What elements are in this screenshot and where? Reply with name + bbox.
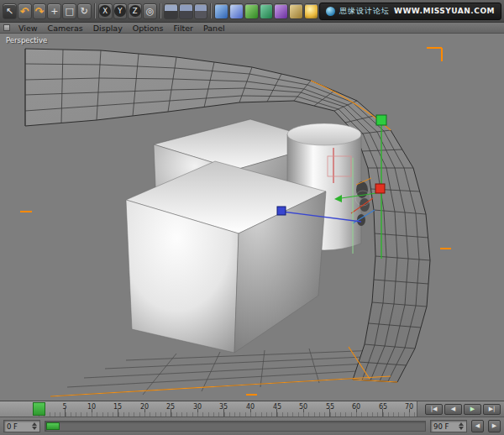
watermark-panel: 思缘设计论坛 WWW.MISSYUAN.COM: [319, 3, 501, 20]
timeline-row: 5 10 15 20 25 30 35 40 45 50 55 60 65 70…: [0, 401, 504, 417]
menu-item-filter[interactable]: Filter: [168, 23, 198, 34]
viewport-label: Perspective: [6, 36, 47, 45]
redo-button[interactable]: ↷: [33, 3, 47, 19]
scale-tool-button[interactable]: □: [62, 3, 76, 19]
menu-grip-icon[interactable]: [3, 24, 10, 31]
menu-item-panel[interactable]: Panel: [198, 23, 230, 34]
power-slider-handle[interactable]: [46, 422, 60, 430]
scroll-left-button[interactable]: ◀: [471, 420, 484, 432]
coordinate-system-icon: ◎: [146, 4, 155, 18]
coordinate-system-button[interactable]: ◎: [143, 3, 157, 19]
x-axis-handle[interactable]: [277, 207, 286, 215]
scale-tool-icon: □: [65, 4, 73, 18]
y-axis-handle[interactable]: [376, 115, 386, 125]
ruler-tick-label: 25: [166, 403, 175, 411]
ruler-tick-label: 10: [87, 403, 96, 411]
goto-start-button[interactable]: |◀: [425, 404, 443, 415]
watermark-logo-icon: [326, 7, 335, 16]
add-scene-object-button[interactable]: [289, 3, 303, 19]
add-spline-button[interactable]: [229, 3, 244, 19]
current-frame-field[interactable]: 0 F: [3, 420, 40, 432]
watermark-site-url: WWW.MISSYUAN.COM: [394, 7, 495, 15]
render-settings-button[interactable]: [194, 3, 208, 19]
lock-z-axis-button[interactable]: Z: [128, 3, 142, 19]
scroll-right-button[interactable]: ▶: [488, 420, 501, 432]
toolbar-separator: [94, 3, 96, 18]
end-frame-field[interactable]: 90 F: [430, 420, 467, 432]
rotate-tool-button[interactable]: ↻: [77, 3, 92, 19]
move-tool-button[interactable]: +: [47, 3, 61, 19]
menu-item-display[interactable]: Display: [88, 23, 128, 34]
end-frame-value: 90 F: [433, 422, 459, 431]
ruler-tick-label: 45: [273, 403, 281, 411]
toolbar-separator: [210, 3, 212, 18]
cinema4d-window: ↖ ↶ ↷ + □ ↻ X Y Z ◎ 思缘设计论坛 WWW.MISSYUAN.…: [0, 0, 504, 435]
menu-item-view[interactable]: View: [13, 23, 43, 34]
z-axis-icon: Z: [129, 5, 141, 17]
spinner-down-icon[interactable]: [459, 427, 464, 430]
render-picture-viewer-button[interactable]: [179, 3, 193, 19]
selection-tool-button[interactable]: ↖: [3, 3, 17, 19]
goto-end-button[interactable]: ▶|: [483, 404, 501, 415]
rotate-tool-icon: ↻: [81, 4, 88, 18]
render-view-button[interactable]: [164, 3, 178, 19]
scene-canvas[interactable]: [0, 34, 504, 401]
spinner-down-icon[interactable]: [32, 427, 37, 430]
y-axis-icon: Y: [114, 5, 126, 17]
prev-frame-button[interactable]: ◀: [444, 404, 462, 415]
ruler-tick-label: 15: [113, 403, 122, 411]
current-frame-value: 0 F: [7, 422, 32, 431]
play-button[interactable]: ▶: [464, 404, 481, 415]
perspective-viewport[interactable]: Perspective: [0, 34, 504, 401]
z-axis-handle[interactable]: [375, 184, 385, 193]
move-tool-icon: +: [50, 4, 58, 18]
ruler-tick-label: 65: [379, 403, 387, 411]
watermark-site-name: 思缘设计论坛: [339, 6, 390, 17]
viewport-menubar: View Cameras Display Options Filter Pane…: [0, 23, 504, 34]
lock-x-axis-button[interactable]: X: [98, 3, 113, 19]
transport-controls: |◀ ◀ ▶ ▶|: [417, 401, 504, 417]
toolbar-separator: [160, 3, 161, 18]
spinner-up-icon[interactable]: [459, 422, 464, 426]
ruler-tick-label: 30: [193, 403, 202, 411]
lock-y-axis-button[interactable]: Y: [113, 3, 128, 19]
add-primitive-button[interactable]: [214, 3, 228, 19]
ruler-tick-label: 70: [405, 403, 413, 411]
add-light-button[interactable]: [304, 3, 318, 19]
spinner-up-icon[interactable]: [32, 422, 37, 426]
power-slider[interactable]: [45, 421, 426, 432]
add-nurbs-button[interactable]: [244, 3, 259, 19]
ruler-tick-label: 20: [140, 403, 149, 411]
current-frame-marker[interactable]: [33, 402, 45, 416]
selection-tool-icon: ↖: [6, 4, 13, 18]
undo-icon: ↶: [20, 4, 29, 18]
timeline-ruler[interactable]: 5 10 15 20 25 30 35 40 45 50 55 60 65 70: [0, 401, 417, 417]
main-toolbar: ↖ ↶ ↷ + □ ↻ X Y Z ◎ 思缘设计论坛 WWW.MISSYUAN.…: [0, 0, 504, 23]
ruler-tick-label: 35: [219, 403, 228, 411]
add-deformer-button[interactable]: [274, 3, 288, 19]
ruler-tick-label: 55: [326, 403, 334, 411]
x-axis-icon: X: [99, 5, 111, 17]
ruler-tick-label: 50: [299, 403, 307, 411]
menu-item-options[interactable]: Options: [128, 23, 169, 34]
ruler-tick-label: 40: [246, 403, 255, 411]
undo-button[interactable]: ↶: [18, 3, 32, 19]
add-modeling-object-button[interactable]: [260, 3, 274, 19]
ruler-tick-label: 60: [352, 403, 360, 411]
bottom-bar: 0 F 90 F ◀ ▶: [0, 417, 504, 435]
ruler-tick-label: 5: [62, 403, 66, 411]
menu-item-cameras[interactable]: Cameras: [43, 23, 88, 34]
redo-icon: ↷: [35, 4, 45, 18]
